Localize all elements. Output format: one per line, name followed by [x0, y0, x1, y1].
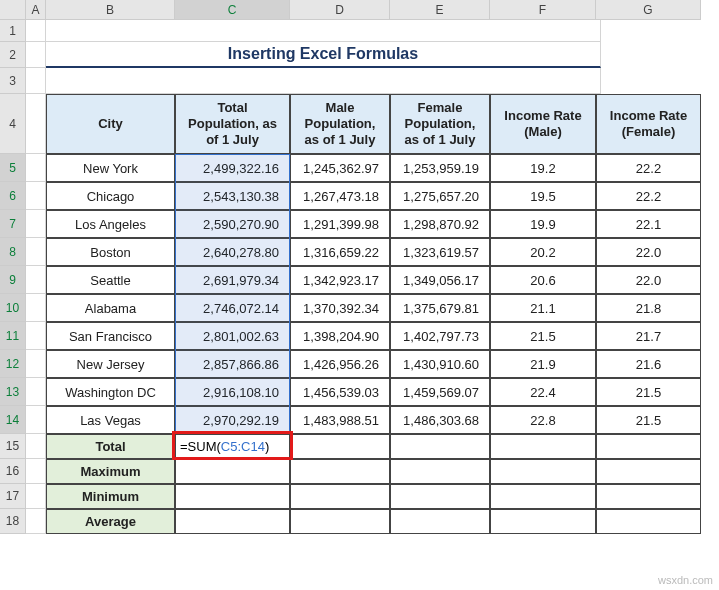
row-header-15[interactable]: 15: [0, 434, 26, 459]
cell-income-female[interactable]: 21.8: [596, 294, 701, 322]
cell-female[interactable]: 1,459,569.07: [390, 378, 490, 406]
cell-a12[interactable]: [26, 350, 46, 378]
cell-a6[interactable]: [26, 182, 46, 210]
cell-d15[interactable]: [290, 434, 390, 459]
cell-total[interactable]: 2,640,278.80: [175, 238, 290, 266]
row-header-18[interactable]: 18: [0, 509, 26, 534]
header-male-pop[interactable]: Male Population, as of 1 July: [290, 94, 390, 154]
cell-a13[interactable]: [26, 378, 46, 406]
cell-c18[interactable]: [175, 509, 290, 534]
header-total-pop[interactable]: Total Population, as of 1 July: [175, 94, 290, 154]
cell-a11[interactable]: [26, 322, 46, 350]
cell-d18[interactable]: [290, 509, 390, 534]
cell-c16[interactable]: [175, 459, 290, 484]
cell-income-female[interactable]: 22.1: [596, 210, 701, 238]
cell-income-female[interactable]: 21.7: [596, 322, 701, 350]
cell-a4[interactable]: [26, 94, 46, 154]
row-header-4[interactable]: 4: [0, 94, 26, 154]
row-header-14[interactable]: 14: [0, 406, 26, 434]
cell-g18[interactable]: [596, 509, 701, 534]
row-header-2[interactable]: 2: [0, 42, 26, 68]
cell-male[interactable]: 1,483,988.51: [290, 406, 390, 434]
formula-cell-c15[interactable]: =SUM(C5:C14): [175, 434, 290, 459]
cell-d16[interactable]: [290, 459, 390, 484]
header-female-pop[interactable]: Female Population, as of 1 July: [390, 94, 490, 154]
cell-a1[interactable]: [26, 20, 46, 42]
col-header-d[interactable]: D: [290, 0, 390, 20]
cell-total[interactable]: 2,590,270.90: [175, 210, 290, 238]
cell-female[interactable]: 1,402,797.73: [390, 322, 490, 350]
row-header-6[interactable]: 6: [0, 182, 26, 210]
cell-female[interactable]: 1,253,959.19: [390, 154, 490, 182]
cell-total[interactable]: 2,746,072.14: [175, 294, 290, 322]
row-header-3[interactable]: 3: [0, 68, 26, 94]
cell-male[interactable]: 1,267,473.18: [290, 182, 390, 210]
cell-female[interactable]: 1,486,303.68: [390, 406, 490, 434]
cell-a7[interactable]: [26, 210, 46, 238]
col-header-c[interactable]: C: [175, 0, 290, 20]
cell-male[interactable]: 1,426,956.26: [290, 350, 390, 378]
cell-female[interactable]: 1,430,910.60: [390, 350, 490, 378]
cell-female[interactable]: 1,349,056.17: [390, 266, 490, 294]
cell-income-male[interactable]: 20.2: [490, 238, 596, 266]
cell-a16[interactable]: [26, 459, 46, 484]
cell-city[interactable]: Alabama: [46, 294, 175, 322]
row-header-7[interactable]: 7: [0, 210, 26, 238]
cell-income-female[interactable]: 22.0: [596, 238, 701, 266]
summary-avg-label[interactable]: Average: [46, 509, 175, 534]
summary-total-label[interactable]: Total: [46, 434, 175, 459]
cell-c17[interactable]: [175, 484, 290, 509]
cell-male[interactable]: 1,370,392.34: [290, 294, 390, 322]
cell-city[interactable]: Chicago: [46, 182, 175, 210]
summary-max-label[interactable]: Maximum: [46, 459, 175, 484]
cell-g17[interactable]: [596, 484, 701, 509]
cell-a5[interactable]: [26, 154, 46, 182]
cell-male[interactable]: 1,245,362.97: [290, 154, 390, 182]
col-header-e[interactable]: E: [390, 0, 490, 20]
cell-e18[interactable]: [390, 509, 490, 534]
cell-income-female[interactable]: 22.0: [596, 266, 701, 294]
cell-a8[interactable]: [26, 238, 46, 266]
cell-male[interactable]: 1,342,923.17: [290, 266, 390, 294]
cell-female[interactable]: 1,298,870.92: [390, 210, 490, 238]
cell-a2[interactable]: [26, 42, 46, 68]
cell-income-male[interactable]: 20.6: [490, 266, 596, 294]
col-header-g[interactable]: G: [596, 0, 701, 20]
cell-female[interactable]: 1,375,679.81: [390, 294, 490, 322]
row-header-12[interactable]: 12: [0, 350, 26, 378]
row-header-1[interactable]: 1: [0, 20, 26, 42]
cell-income-male[interactable]: 21.9: [490, 350, 596, 378]
cell-e16[interactable]: [390, 459, 490, 484]
cell-male[interactable]: 1,398,204.90: [290, 322, 390, 350]
cell-male[interactable]: 1,456,539.03: [290, 378, 390, 406]
cell-g15[interactable]: [596, 434, 701, 459]
header-city[interactable]: City: [46, 94, 175, 154]
cell-a18[interactable]: [26, 509, 46, 534]
cell-male[interactable]: 1,316,659.22: [290, 238, 390, 266]
cell-income-male[interactable]: 21.5: [490, 322, 596, 350]
row-header-13[interactable]: 13: [0, 378, 26, 406]
cell-total[interactable]: 2,857,866.86: [175, 350, 290, 378]
cell-f16[interactable]: [490, 459, 596, 484]
row-header-8[interactable]: 8: [0, 238, 26, 266]
header-income-male[interactable]: Income Rate (Male): [490, 94, 596, 154]
row-header-5[interactable]: 5: [0, 154, 26, 182]
cell-income-female[interactable]: 21.6: [596, 350, 701, 378]
cell-city[interactable]: San Francisco: [46, 322, 175, 350]
cell-total[interactable]: 2,970,292.19: [175, 406, 290, 434]
cell-income-male[interactable]: 19.9: [490, 210, 596, 238]
col-header-a[interactable]: A: [26, 0, 46, 20]
cell-female[interactable]: 1,275,657.20: [390, 182, 490, 210]
cell-income-male[interactable]: 21.1: [490, 294, 596, 322]
cell-city[interactable]: Seattle: [46, 266, 175, 294]
cell-city[interactable]: Boston: [46, 238, 175, 266]
row-header-9[interactable]: 9: [0, 266, 26, 294]
cell-f15[interactable]: [490, 434, 596, 459]
row-header-16[interactable]: 16: [0, 459, 26, 484]
cell-city[interactable]: New York: [46, 154, 175, 182]
cell-total[interactable]: 2,916,108.10: [175, 378, 290, 406]
summary-min-label[interactable]: Minimum: [46, 484, 175, 509]
cell-e15[interactable]: [390, 434, 490, 459]
cell-f17[interactable]: [490, 484, 596, 509]
cell-a3[interactable]: [26, 68, 46, 94]
